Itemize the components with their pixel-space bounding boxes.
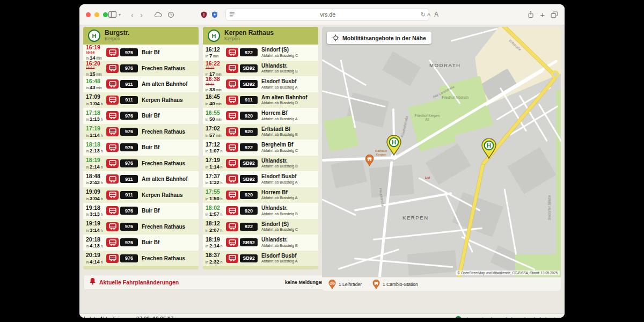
departure-time: 17:18 [86, 110, 106, 116]
line-badge: 911 [240, 96, 258, 104]
departure-time: 16:12 [206, 47, 226, 53]
departure-time: 17:19 [86, 126, 106, 131]
bus-icon [106, 206, 119, 215]
destination: Am alten Bahnhof [142, 81, 195, 87]
departure-row[interactable]: 16:55 in 50 min 920 Horrem Bf Abfahrt ab… [203, 108, 318, 124]
departure-row[interactable]: 17:37 in 1:32 h SB92 Elsdorf Busbf Abfah… [203, 171, 318, 187]
extension-shield-red-icon[interactable] [201, 11, 207, 18]
countdown-prefix: in [206, 165, 208, 169]
departure-row[interactable]: 16:12 in 7 min 922 Sindorf (S) Abfahrt a… [203, 45, 318, 61]
departure-row[interactable]: 20:18 in 4:13 h 976 Buir Bf [83, 235, 199, 251]
tab-overview-icon[interactable] [551, 11, 558, 18]
map-canvas[interactable]: MÖDRATH KERPEN Friedhof Mödrath Friedhof… [322, 27, 561, 277]
departure-time: 16:38 [206, 76, 226, 82]
destination: Uhlandstr. [261, 205, 315, 211]
share-icon[interactable] [528, 11, 534, 18]
scheduled-time: 16:19 [206, 67, 226, 70]
stop-city: Kerpen [105, 36, 129, 42]
line-badge: 920 [240, 112, 258, 120]
departure-row[interactable]: 17:09 in 1:04 h 911 Kerpen Rathaus [83, 92, 199, 108]
font-larger-button[interactable]: A [434, 11, 439, 18]
departure-row[interactable]: 18:37 in 2:32 h SB92 Elsdorf Busbf Abfah… [203, 251, 318, 267]
back-button[interactable]: ‹ [131, 11, 134, 19]
departure-row[interactable]: 16:45 in 40 min 911 Am alten Bahnhof Abf… [203, 92, 318, 108]
schedule-alerts-bar[interactable]: Aktuelle Fahrplanänderungen keine Meldun… [83, 275, 330, 290]
board-header: H Burgstr. Kerpen [83, 27, 199, 45]
countdown-unit: min [96, 56, 101, 60]
countdown-unit: min [216, 134, 221, 137]
departure-row[interactable]: 17:02 in 57 min 920 Erftstadt Bf Abfahrt… [203, 124, 318, 140]
cambio-station-pin[interactable] [365, 155, 374, 169]
countdown-prefix: in [206, 244, 208, 248]
departure-row[interactable]: 19:19 in 3:14 h 976 Frechen Rathaus [83, 219, 199, 235]
destination: Frechen Rathaus [142, 224, 195, 230]
extension-shield-blue-icon[interactable] [211, 11, 218, 18]
map-label-kerpen: KERPEN [402, 215, 429, 221]
countdown-prefix: in [86, 181, 89, 185]
countdown-value: 2:32 [209, 259, 219, 265]
bus-icon [226, 96, 238, 105]
sidebar-toggle-icon[interactable] [108, 11, 116, 18]
departure-row[interactable]: 16:22 16:19 in 17 min SB92 Uhlandstr. Ab… [203, 61, 318, 77]
countdown-value: 1:07 [209, 148, 219, 153]
map-blk [426, 143, 471, 185]
departure-list: 16:19 16:18 in 14 min 976 Buir Bf [83, 45, 199, 266]
departure-row[interactable]: 18:48 in 2:43 h 911 Am alten Bahnhof [83, 171, 199, 187]
departure-row[interactable]: 19:09 in 3:04 h 911 Kerpen Rathaus [83, 187, 199, 203]
countdown-unit: h [101, 149, 103, 153]
departure-row[interactable]: 18:02 in 1:57 h 920 Uhlandstr. Abfahrt a… [203, 203, 318, 219]
departure-row[interactable]: 17:19 in 1:14 h 976 Frechen Rathaus [83, 124, 199, 140]
reload-icon[interactable]: ↻ [421, 11, 426, 18]
departure-row[interactable]: 17:18 in 1:13 h 976 Buir Bf [83, 108, 199, 124]
svg-text:H: H [487, 142, 491, 149]
icloud-tabs-icon[interactable] [153, 12, 162, 18]
reader-view-icon[interactable] [229, 12, 235, 17]
nearby-mobility-toggle[interactable]: Mobilitätsangebote in der Nähe [327, 32, 431, 44]
departure-row[interactable]: 16:48 in 43 min 911 Am alten Bahnhof [83, 76, 199, 92]
departure-time: 16:45 [206, 94, 226, 100]
close-window-button[interactable] [86, 12, 91, 17]
departure-row[interactable]: 18:12 in 2:07 h 922 Sindorf (S) Abfahrt … [203, 219, 318, 235]
font-size-control[interactable]: A A [427, 4, 439, 25]
chevron-down-icon[interactable]: ▾ [119, 12, 121, 17]
forward-button[interactable]: › [140, 11, 143, 19]
bus-icon [226, 222, 238, 231]
departure-row[interactable]: 18:18 in 2:13 h 976 Buir Bf [83, 140, 199, 156]
address-bar[interactable]: vrs.de ↻ [225, 8, 429, 21]
countdown-unit: h [221, 197, 223, 201]
departure-row[interactable]: 16:38 16:32 in 33 min SB92 Elsdorf Busbf… [203, 76, 318, 92]
countdown-value: 1:14 [209, 164, 219, 170]
bus-icon [106, 143, 119, 152]
minimize-window-button[interactable] [94, 12, 99, 17]
history-clock-icon[interactable] [167, 11, 174, 18]
departure-row[interactable]: 17:55 in 1:50 h 920 Horrem Bf Abfahrt ab… [203, 187, 318, 203]
map-attribution: © OpenStreetMap und Mitwirkende, CC-BY-S… [456, 270, 560, 275]
legend-item-cambio[interactable]: 1 Cambio-Station [372, 280, 418, 289]
bus-icon [226, 206, 238, 215]
legend-item-bikes[interactable]: 1 Leihräder [328, 280, 362, 289]
departure-row[interactable]: 18:19 in 2:14 h SB92 Uhlandstr. Abfahrt … [203, 235, 318, 251]
bell-icon [89, 277, 96, 287]
stop-pin-burgstr[interactable]: H [481, 138, 497, 161]
departure-row[interactable]: 20:19 in 4:14 h 976 Frechen Rathaus [83, 251, 199, 267]
departure-row[interactable]: 19:18 in 3:13 h 976 Buir Bf [83, 203, 199, 219]
countdown-value: 1:04 [90, 100, 100, 106]
scheduled-time: 16:19 [86, 67, 106, 70]
line-badge: 976 [120, 238, 138, 246]
departure-time: 16:22 [206, 61, 226, 67]
countdown-prefix: in [86, 244, 89, 248]
stop-pin-kerpen-rathaus[interactable]: H [386, 135, 402, 158]
departure-row[interactable]: 17:12 in 1:07 h 922 Bergheim Bf Abfahrt … [203, 140, 318, 156]
new-tab-button[interactable]: + [540, 11, 545, 19]
fullscreen-window-button[interactable] [103, 12, 108, 17]
departure-row[interactable]: 16:19 16:18 in 14 min 976 Buir Bf [83, 45, 199, 61]
departure-row[interactable]: 16:20 16:19 in 15 min 976 Frechen Rathau… [83, 61, 199, 77]
legend-label: 1 Cambio-Station [383, 282, 418, 287]
font-smaller-button[interactable]: A [427, 12, 431, 17]
departure-row[interactable]: 17:19 in 1:14 h SB92 Uhlandstr. Abfahrt … [203, 156, 318, 172]
destination: Frechen Rathaus [142, 65, 195, 72]
departure-row[interactable]: 18:19 in 2:14 h 976 Frechen Rathaus [83, 156, 199, 172]
bus-icon [226, 159, 238, 168]
countdown-value: 33 [209, 86, 215, 92]
departure-time: 16:20 [86, 61, 106, 67]
